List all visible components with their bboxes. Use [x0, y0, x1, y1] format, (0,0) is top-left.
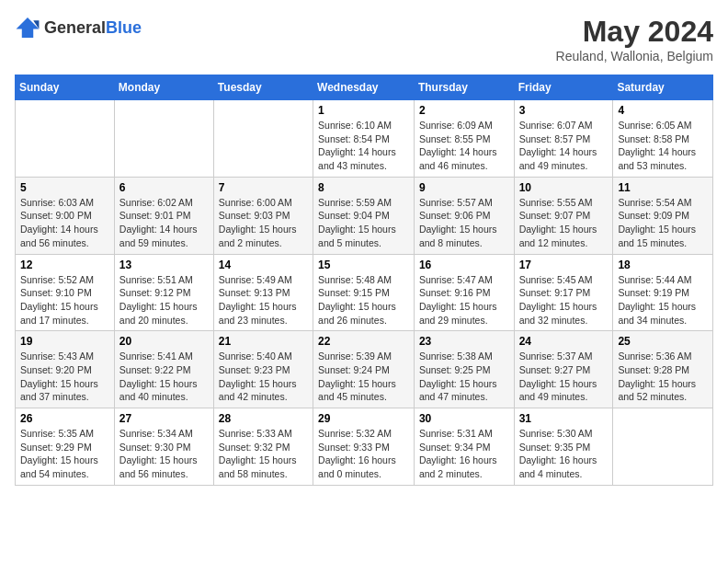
day-header-saturday: Saturday [613, 75, 713, 100]
day-number: 1 [318, 104, 409, 117]
day-number: 11 [618, 181, 708, 194]
day-number: 21 [219, 335, 308, 348]
calendar-table: SundayMondayTuesdayWednesdayThursdayFrid… [15, 75, 713, 486]
day-info: Sunrise: 5:36 AMSunset: 9:28 PMDaylight:… [618, 350, 708, 404]
day-info: Sunrise: 5:44 AMSunset: 9:19 PMDaylight:… [618, 273, 708, 327]
day-info: Sunrise: 6:05 AMSunset: 8:58 PMDaylight:… [618, 119, 708, 173]
week-row-4: 19Sunrise: 5:43 AMSunset: 9:20 PMDayligh… [16, 331, 713, 408]
day-number: 10 [519, 181, 609, 194]
week-row-5: 26Sunrise: 5:35 AMSunset: 9:29 PMDayligh… [16, 408, 713, 486]
day-info: Sunrise: 5:38 AMSunset: 9:25 PMDaylight:… [419, 350, 509, 404]
day-info: Sunrise: 5:34 AMSunset: 9:30 PMDaylight:… [119, 427, 209, 481]
day-info: Sunrise: 5:39 AMSunset: 9:24 PMDaylight:… [318, 350, 409, 404]
day-number: 8 [318, 181, 409, 194]
day-header-sunday: Sunday [16, 75, 115, 100]
day-info: Sunrise: 5:51 AMSunset: 9:12 PMDaylight:… [119, 273, 209, 327]
calendar-cell: 5Sunrise: 6:03 AMSunset: 9:00 PMDaylight… [16, 177, 115, 254]
calendar-cell [213, 100, 313, 178]
day-number: 5 [20, 181, 109, 194]
day-number: 2 [419, 104, 509, 117]
day-number: 12 [20, 259, 109, 271]
day-info: Sunrise: 5:49 AMSunset: 9:13 PMDaylight:… [219, 273, 308, 327]
day-info: Sunrise: 5:35 AMSunset: 9:29 PMDaylight:… [20, 427, 109, 481]
day-info: Sunrise: 5:41 AMSunset: 9:22 PMDaylight:… [119, 350, 209, 404]
day-info: Sunrise: 5:47 AMSunset: 9:16 PMDaylight:… [419, 273, 509, 327]
day-number: 19 [20, 335, 109, 348]
day-number: 7 [219, 181, 308, 194]
day-info: Sunrise: 5:55 AMSunset: 9:07 PMDaylight:… [519, 196, 609, 250]
title-block: May 2024 Reuland, Wallonia, Belgium [556, 15, 713, 63]
calendar-cell [114, 100, 213, 178]
calendar-cell [613, 408, 713, 486]
day-number: 28 [219, 412, 308, 425]
day-info: Sunrise: 5:31 AMSunset: 9:34 PMDaylight:… [419, 427, 509, 481]
day-info: Sunrise: 6:07 AMSunset: 8:57 PMDaylight:… [519, 119, 609, 173]
calendar-cell: 2Sunrise: 6:09 AMSunset: 8:55 PMDaylight… [414, 100, 514, 178]
day-info: Sunrise: 5:37 AMSunset: 9:27 PMDaylight:… [519, 350, 609, 404]
calendar-cell: 10Sunrise: 5:55 AMSunset: 9:07 PMDayligh… [514, 177, 613, 254]
day-info: Sunrise: 6:09 AMSunset: 8:55 PMDaylight:… [419, 119, 509, 173]
subtitle: Reuland, Wallonia, Belgium [556, 49, 713, 63]
day-info: Sunrise: 5:57 AMSunset: 9:06 PMDaylight:… [419, 196, 509, 250]
week-row-3: 12Sunrise: 5:52 AMSunset: 9:10 PMDayligh… [16, 254, 713, 331]
calendar-cell: 24Sunrise: 5:37 AMSunset: 9:27 PMDayligh… [514, 331, 613, 408]
day-number: 24 [519, 335, 609, 348]
day-info: Sunrise: 5:45 AMSunset: 9:17 PMDaylight:… [519, 273, 609, 327]
calendar-cell: 15Sunrise: 5:48 AMSunset: 9:15 PMDayligh… [313, 254, 415, 331]
calendar-cell: 22Sunrise: 5:39 AMSunset: 9:24 PMDayligh… [313, 331, 415, 408]
day-number: 18 [618, 259, 708, 271]
day-info: Sunrise: 5:30 AMSunset: 9:35 PMDaylight:… [519, 427, 609, 481]
day-number: 27 [119, 412, 209, 425]
day-number: 6 [119, 181, 209, 194]
day-info: Sunrise: 6:10 AMSunset: 8:54 PMDaylight:… [318, 119, 409, 173]
day-number: 14 [219, 259, 308, 271]
calendar-cell: 8Sunrise: 5:59 AMSunset: 9:04 PMDaylight… [313, 177, 415, 254]
day-number: 17 [519, 259, 609, 271]
main-title: May 2024 [556, 15, 713, 49]
day-info: Sunrise: 5:59 AMSunset: 9:04 PMDaylight:… [318, 196, 409, 250]
calendar-cell: 25Sunrise: 5:36 AMSunset: 9:28 PMDayligh… [613, 331, 713, 408]
calendar-cell: 21Sunrise: 5:40 AMSunset: 9:23 PMDayligh… [213, 331, 313, 408]
day-info: Sunrise: 5:32 AMSunset: 9:33 PMDaylight:… [318, 427, 409, 481]
calendar-cell: 19Sunrise: 5:43 AMSunset: 9:20 PMDayligh… [16, 331, 115, 408]
day-info: Sunrise: 5:48 AMSunset: 9:15 PMDaylight:… [318, 273, 409, 327]
calendar-cell: 20Sunrise: 5:41 AMSunset: 9:22 PMDayligh… [114, 331, 213, 408]
logo-general: General [44, 19, 106, 36]
day-number: 15 [318, 259, 409, 271]
day-number: 4 [618, 104, 708, 117]
day-number: 31 [519, 412, 609, 425]
day-info: Sunrise: 5:54 AMSunset: 9:09 PMDaylight:… [618, 196, 708, 250]
day-info: Sunrise: 5:33 AMSunset: 9:32 PMDaylight:… [219, 427, 308, 481]
calendar-cell: 31Sunrise: 5:30 AMSunset: 9:35 PMDayligh… [514, 408, 613, 486]
calendar-cell: 12Sunrise: 5:52 AMSunset: 9:10 PMDayligh… [16, 254, 115, 331]
day-info: Sunrise: 6:02 AMSunset: 9:01 PMDaylight:… [119, 196, 209, 250]
day-info: Sunrise: 5:43 AMSunset: 9:20 PMDaylight:… [20, 350, 109, 404]
day-number: 29 [318, 412, 409, 425]
calendar-cell: 18Sunrise: 5:44 AMSunset: 9:19 PMDayligh… [613, 254, 713, 331]
calendar-cell: 17Sunrise: 5:45 AMSunset: 9:17 PMDayligh… [514, 254, 613, 331]
week-row-2: 5Sunrise: 6:03 AMSunset: 9:00 PMDaylight… [16, 177, 713, 254]
day-number: 25 [618, 335, 708, 348]
calendar-cell: 30Sunrise: 5:31 AMSunset: 9:34 PMDayligh… [414, 408, 514, 486]
day-info: Sunrise: 5:52 AMSunset: 9:10 PMDaylight:… [20, 273, 109, 327]
calendar-cell: 14Sunrise: 5:49 AMSunset: 9:13 PMDayligh… [213, 254, 313, 331]
calendar-cell: 7Sunrise: 6:00 AMSunset: 9:03 PMDaylight… [213, 177, 313, 254]
day-number: 22 [318, 335, 409, 348]
day-info: Sunrise: 6:00 AMSunset: 9:03 PMDaylight:… [219, 196, 308, 250]
calendar-cell: 26Sunrise: 5:35 AMSunset: 9:29 PMDayligh… [16, 408, 115, 486]
calendar-cell: 16Sunrise: 5:47 AMSunset: 9:16 PMDayligh… [414, 254, 514, 331]
calendar-cell: 4Sunrise: 6:05 AMSunset: 8:58 PMDaylight… [613, 100, 713, 178]
day-header-friday: Friday [514, 75, 613, 100]
day-info: Sunrise: 6:03 AMSunset: 9:00 PMDaylight:… [20, 196, 109, 250]
logo-icon [15, 15, 40, 40]
day-number: 26 [20, 412, 109, 425]
day-header-thursday: Thursday [414, 75, 514, 100]
calendar-cell: 1Sunrise: 6:10 AMSunset: 8:54 PMDaylight… [313, 100, 415, 178]
day-number: 13 [119, 259, 209, 271]
calendar-cell: 13Sunrise: 5:51 AMSunset: 9:12 PMDayligh… [114, 254, 213, 331]
day-number: 23 [419, 335, 509, 348]
calendar-cell: 27Sunrise: 5:34 AMSunset: 9:30 PMDayligh… [114, 408, 213, 486]
day-header-monday: Monday [114, 75, 213, 100]
calendar-cell: 9Sunrise: 5:57 AMSunset: 9:06 PMDaylight… [414, 177, 514, 254]
day-number: 16 [419, 259, 509, 271]
